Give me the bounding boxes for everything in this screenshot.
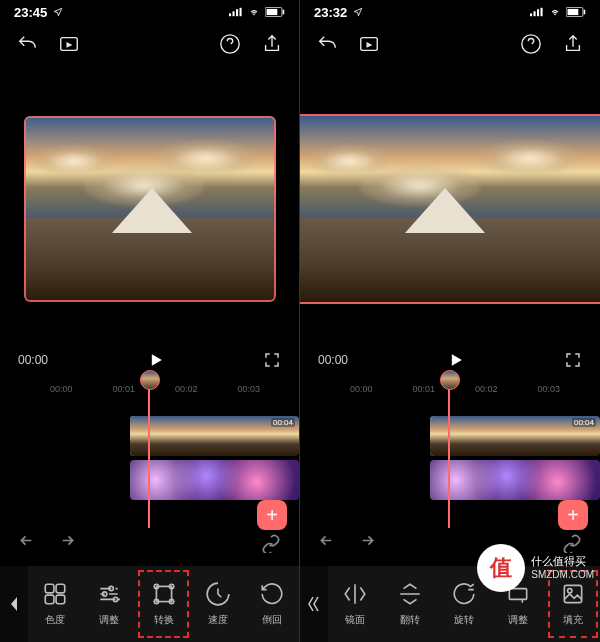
add-clip-button[interactable]: + xyxy=(558,500,588,530)
tool-transform[interactable]: 转换 xyxy=(136,566,190,642)
svg-rect-1 xyxy=(233,11,235,16)
video-track-1[interactable]: 00:04 xyxy=(130,416,299,456)
redo-icon[interactable] xyxy=(356,533,376,553)
status-time: 23:32 xyxy=(314,5,347,20)
screen-icon[interactable] xyxy=(58,33,80,55)
tool-mirror[interactable]: 镜面 xyxy=(328,566,382,642)
battery-icon xyxy=(566,7,586,17)
guide-line-bottom xyxy=(300,302,600,304)
video-track-2[interactable] xyxy=(430,460,600,500)
link-icon[interactable] xyxy=(261,533,281,553)
color-grid-icon xyxy=(42,581,68,607)
tool-label: 色度 xyxy=(45,613,65,627)
clip-duration: 00:04 xyxy=(271,418,295,427)
playback-time: 00:00 xyxy=(318,353,348,367)
screen-icon[interactable] xyxy=(358,33,380,55)
tool-speed[interactable]: 速度 xyxy=(191,566,245,642)
tool-label: 填充 xyxy=(563,613,583,627)
playhead[interactable] xyxy=(448,380,450,528)
playback-time: 00:00 xyxy=(18,353,48,367)
undo-stroke-icon[interactable] xyxy=(16,33,38,55)
history-bar xyxy=(0,528,299,558)
svg-point-20 xyxy=(169,599,173,603)
phone-left: 23:45 xyxy=(0,0,300,642)
fullscreen-button[interactable] xyxy=(564,351,582,369)
location-icon xyxy=(51,7,65,17)
fullscreen-button[interactable] xyxy=(263,351,281,369)
tool-label: 倒回 xyxy=(262,613,282,627)
watermark-line2: SMZDM.COM xyxy=(531,569,594,581)
tool-flip[interactable]: 翻转 xyxy=(382,566,436,642)
back-button[interactable] xyxy=(300,566,328,642)
tool-label: 旋转 xyxy=(454,613,474,627)
add-clip-button[interactable]: + xyxy=(257,500,287,530)
tool-label: 翻转 xyxy=(400,613,420,627)
video-track-2[interactable] xyxy=(130,460,299,500)
video-preview[interactable] xyxy=(300,114,600,304)
video-track-1[interactable]: 00:04 xyxy=(430,416,600,456)
help-icon[interactable] xyxy=(219,33,241,55)
help-icon[interactable] xyxy=(520,33,542,55)
svg-rect-2 xyxy=(236,9,238,16)
ruler-tick: 00:01 xyxy=(113,384,136,394)
status-bar: 23:45 xyxy=(0,0,299,24)
svg-rect-3 xyxy=(240,8,242,16)
top-toolbar xyxy=(300,24,600,64)
playhead[interactable] xyxy=(148,380,150,528)
signal-icon xyxy=(530,7,544,17)
svg-rect-23 xyxy=(537,9,539,16)
video-preview[interactable] xyxy=(0,114,300,304)
watermark-line1: 什么值得买 xyxy=(531,555,594,568)
tool-reverse[interactable]: 倒回 xyxy=(245,566,299,642)
wifi-icon xyxy=(548,7,562,17)
timeline[interactable]: ◂ 00:04 + xyxy=(0,398,299,528)
svg-rect-11 xyxy=(45,595,54,604)
play-button[interactable] xyxy=(446,350,466,370)
watermark-badge: 值 xyxy=(477,544,525,592)
watermark: 值 什么值得买 SMZDM.COM xyxy=(477,544,594,592)
speed-icon xyxy=(205,581,231,607)
svg-point-8 xyxy=(221,35,239,53)
timeline[interactable]: ◂ 00:04 + xyxy=(300,398,600,528)
transform-icon xyxy=(151,581,177,607)
svg-rect-22 xyxy=(534,11,536,16)
play-button[interactable] xyxy=(146,350,166,370)
svg-rect-0 xyxy=(229,13,231,16)
tool-label: 镜面 xyxy=(345,613,365,627)
undo-icon[interactable] xyxy=(18,533,38,553)
redo-icon[interactable] xyxy=(56,533,76,553)
sliders-icon xyxy=(96,581,122,607)
svg-point-29 xyxy=(522,35,540,53)
ruler-tick: 00:01 xyxy=(413,384,436,394)
flip-icon xyxy=(397,581,423,607)
transform-frame[interactable] xyxy=(24,116,276,302)
tool-label: 速度 xyxy=(208,613,228,627)
rewind-icon xyxy=(259,581,285,607)
tool-chroma[interactable]: 色度 xyxy=(28,566,82,642)
svg-rect-6 xyxy=(283,10,285,15)
mirror-icon xyxy=(342,581,368,607)
svg-rect-24 xyxy=(541,8,543,16)
share-icon[interactable] xyxy=(261,33,283,55)
svg-rect-26 xyxy=(568,9,579,15)
svg-rect-10 xyxy=(56,584,65,593)
top-toolbar xyxy=(0,24,299,64)
signal-icon xyxy=(229,7,243,17)
undo-icon[interactable] xyxy=(318,533,338,553)
back-button[interactable] xyxy=(0,566,28,642)
tool-label: 调整 xyxy=(508,613,528,627)
clip-duration: 00:04 xyxy=(572,418,596,427)
ruler-tick: 00:03 xyxy=(238,384,261,394)
svg-rect-9 xyxy=(45,584,54,593)
bottom-toolbar: 色度 调整 转换 速度 倒回 xyxy=(0,566,299,642)
undo-stroke-icon[interactable] xyxy=(316,33,338,55)
tool-label: 调整 xyxy=(99,613,119,627)
svg-rect-5 xyxy=(267,9,278,15)
tool-label: 转换 xyxy=(154,613,174,627)
ruler-tick: 00:03 xyxy=(538,384,561,394)
tool-adjust[interactable]: 调整 xyxy=(82,566,136,642)
share-icon[interactable] xyxy=(562,33,584,55)
location-icon xyxy=(351,7,365,17)
status-bar: 23:32 xyxy=(300,0,600,24)
svg-point-18 xyxy=(169,584,173,588)
